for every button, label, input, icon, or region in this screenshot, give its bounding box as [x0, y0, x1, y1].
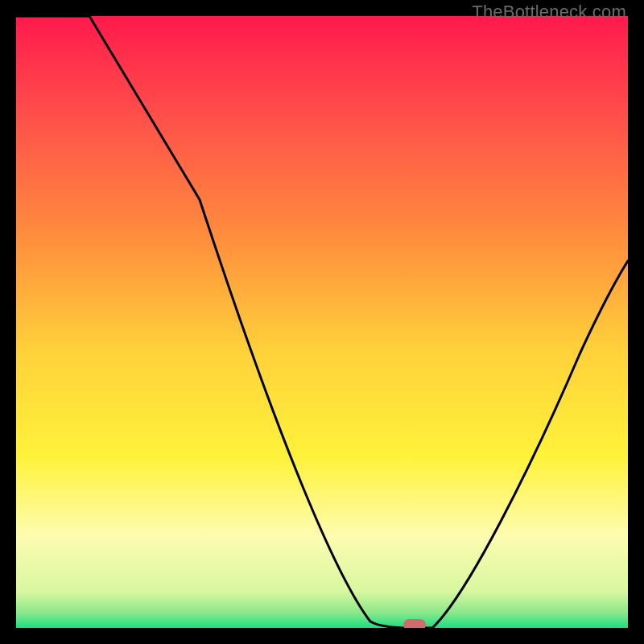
optimal-marker	[403, 619, 426, 628]
watermark-text: TheBottleneck.com	[472, 2, 626, 23]
bottleneck-curve	[16, 16, 628, 628]
plot-area	[16, 16, 628, 628]
chart-canvas: TheBottleneck.com	[0, 0, 644, 644]
